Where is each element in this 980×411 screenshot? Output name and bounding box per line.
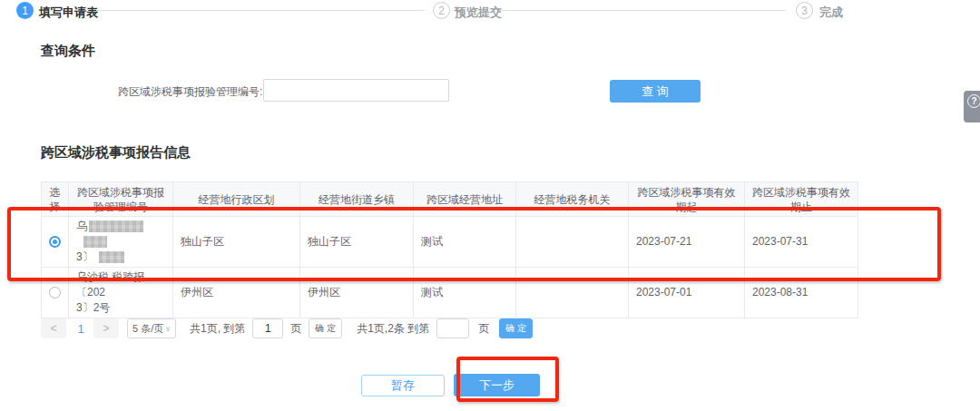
total-records-text: 共1页,2条 到第 [357,321,429,337]
step-3-circle: 3 [796,2,813,19]
cell-valid-from: 2023-07-21 [629,217,745,268]
page-unit-label: 页 [290,321,301,337]
page-size-label: 5 条/页 [132,322,163,336]
step-connector [499,10,786,11]
query-number-input[interactable] [263,79,449,102]
header-district: 经营地行政区划 [173,182,300,217]
cell-address: 测试 [414,217,516,268]
header-manage-number: 跨区域涉税事项报验管理编号 [69,182,173,217]
save-draft-button[interactable]: 暂存 [361,375,445,396]
cell-street: 伊州区 [300,268,414,318]
prev-page-button[interactable]: < [41,318,66,338]
header-valid-to: 跨区域涉税事项有效期止 [745,182,858,217]
next-page-button[interactable]: > [93,318,119,338]
goto-page-text: 共1页, 到第 [190,321,245,337]
cell-valid-to: 2023-08-31 [745,268,858,318]
cell-valid-from: 2023-07-01 [629,268,745,318]
table-header-row: 选择 跨区域涉税事项报验管理编号 经营地行政区划 经营地街道乡镇 跨区域经营地址… [42,182,858,217]
step-1-circle: 1 [16,2,34,19]
query-field-label: 跨区域涉税事项报验管理编号: [118,84,262,100]
redaction-mosaic [89,220,143,232]
table-row[interactable]: 乌 3〕 独山子区 独山子区 测试 2023-07-21 2023-07-31 [42,217,858,268]
id-text: 乌沙税 税跨报〔202 [76,269,172,300]
goto-confirm-button-blue[interactable]: 确 定 [499,318,533,338]
header-valid-from: 跨区域涉税事项有效期起 [629,182,745,217]
help-widget-button[interactable]: ? [964,91,980,122]
question-mark-icon: ? [967,94,980,108]
step-1-number: 1 [22,5,28,17]
step-2-number: 2 [438,5,445,17]
page-number[interactable]: 1 [72,322,90,336]
cell-tax-authority [516,217,629,268]
next-step-button[interactable]: 下一步 [454,374,540,396]
chevron-down-icon: ∨ [165,325,171,333]
header-address: 跨区域经营地址 [414,182,516,217]
chevron-right-icon: > [103,322,109,335]
goto-confirm-button[interactable]: 确 定 [309,318,342,338]
redaction-mosaic [99,251,124,263]
pagination: < 1 > 5 条/页∨ 共1页, 到第 页 确 定 共1页,2条 到第 页 确… [41,318,533,338]
id-text: 乌 [76,220,87,232]
page-size-select[interactable]: 5 条/页∨ [127,318,176,338]
id-text: 3〕 [76,250,93,263]
step-3-number: 3 [801,5,808,17]
step-3-label: 完成 [819,5,843,21]
row-radio[interactable] [49,287,61,298]
step-2-circle: 2 [433,2,450,19]
redaction-mosaic [83,236,107,248]
search-button[interactable]: 查 询 [610,80,701,103]
goto-page-input-2[interactable] [436,318,469,338]
header-street: 经营地街道乡镇 [300,182,414,217]
cell-district: 伊州区 [173,268,300,318]
chevron-left-icon: < [50,322,56,335]
header-select: 选择 [42,182,69,217]
report-table: 选择 跨区域涉税事项报验管理编号 经营地行政区划 经营地街道乡镇 跨区域经营地址… [41,181,858,318]
page-unit-label: 页 [478,321,489,337]
step-2-label: 预览提交 [455,5,502,21]
cell-address: 测试 [414,268,516,318]
cell-manage-number: 乌 3〕 [69,217,173,268]
cell-street: 独山子区 [300,217,414,268]
cell-district: 独山子区 [173,217,300,268]
table-row[interactable]: 乌沙税 税跨报〔202 3〕2号 伊州区 伊州区 测试 2023-07-01 2… [42,268,858,318]
cell-tax-authority [516,268,629,318]
cell-manage-number: 乌沙税 税跨报〔202 3〕2号 [69,268,173,318]
report-section-title: 跨区域涉税事项报告信息 [41,144,191,161]
cell-valid-to: 2023-07-31 [745,217,858,268]
header-tax-authority: 经营地税务机关 [516,182,629,217]
query-section-title: 查询条件 [41,43,95,60]
row-radio[interactable] [49,236,61,248]
goto-page-input[interactable] [252,318,283,338]
step-connector [97,10,425,11]
id-text: 3〕2号 [76,300,172,316]
page: 1 填写申请表 2 预览提交 3 完成 查询条件 跨区域涉税事项报验管理编号: … [0,0,980,411]
step-1-label: 填写申请表 [39,5,98,21]
